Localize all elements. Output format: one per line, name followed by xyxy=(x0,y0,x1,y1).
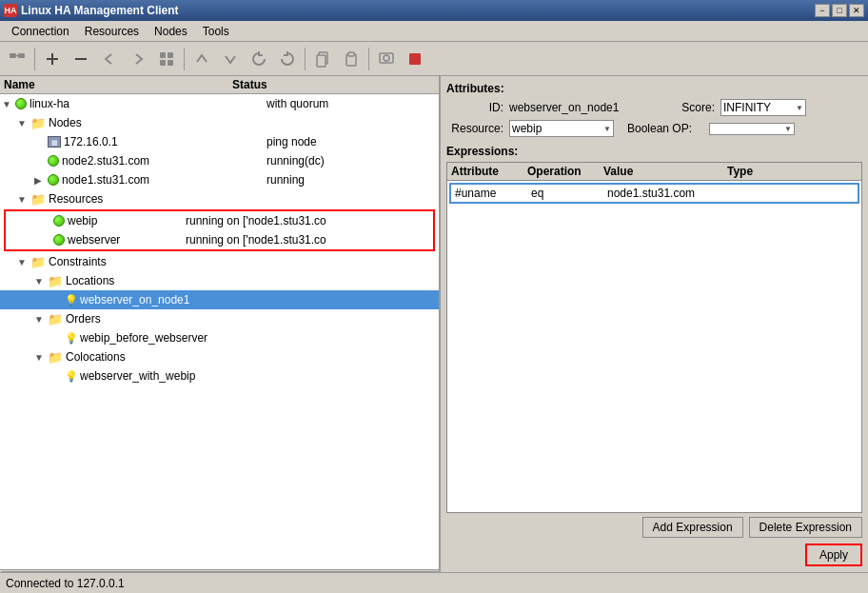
circle-green-icon2 xyxy=(48,155,59,167)
svg-point-15 xyxy=(384,55,389,61)
circle-green-icon5 xyxy=(53,234,65,246)
circle-green-icon xyxy=(15,98,27,109)
tree-col-name: Name xyxy=(4,78,232,91)
remove-button[interactable] xyxy=(68,46,94,72)
tree-status-node1: running xyxy=(266,173,305,187)
screenshot-button[interactable] xyxy=(373,46,400,72)
scroll-right-btn[interactable]: ▶ xyxy=(420,571,439,573)
title-bar-left: HA Linux HA Management Client xyxy=(4,4,179,17)
tree-item-colocations[interactable]: ▼ 📁 Colocations xyxy=(0,347,439,366)
svg-rect-13 xyxy=(348,52,354,56)
tree-status-linux-ha: with quorum xyxy=(266,97,328,110)
tree-item-constraints[interactable]: ▼ 📁 Constraints xyxy=(0,252,439,271)
tree-label-linux-ha: linux-ha xyxy=(30,97,439,110)
back-button[interactable] xyxy=(96,46,123,72)
attr-row-id: ID: webserver_on_node1 Score: INFINITY ▼ xyxy=(446,99,862,116)
tree-item-webserver-on-node1[interactable]: 💡 webserver_on_node1 xyxy=(0,290,439,309)
delete-expression-button[interactable]: Delete Expression xyxy=(749,517,862,538)
scroll-left-btn[interactable]: ◀ xyxy=(2,571,21,573)
svg-rect-11 xyxy=(317,55,326,67)
expressions-section: Expressions: Attribute Operation Value T… xyxy=(446,145,862,538)
menu-connection[interactable]: Connection xyxy=(4,23,77,40)
constraint-icon3: 💡 xyxy=(65,370,78,383)
tree-label-webip-before-webserver: webip_before_webserver xyxy=(80,331,207,345)
app-icon: HA xyxy=(4,4,17,17)
expr-row-0[interactable]: #uname eq node1.stu31.com xyxy=(449,183,859,204)
copy-button[interactable] xyxy=(309,46,336,72)
paste-button[interactable] xyxy=(338,46,365,72)
expressions-table: Attribute Operation Value Type #uname eq… xyxy=(446,162,862,513)
tree-item-webserver-with-webip[interactable]: 💡 webserver_with_webip xyxy=(0,366,439,385)
tree-item-linux-ha[interactable]: ▼ linux-ha with quorum xyxy=(0,94,439,113)
resource-dropdown[interactable]: webip ▼ xyxy=(509,120,614,137)
tree-item-webserver[interactable]: webserver running on ['node1.stu31.co xyxy=(6,230,433,249)
tree-label-constraints: Constraints xyxy=(49,255,107,268)
folder-icon: 📁 xyxy=(30,116,46,130)
boolean-op-dropdown-arrow: ▼ xyxy=(784,125,792,133)
col-type: Type xyxy=(727,165,803,178)
svg-rect-1 xyxy=(18,53,25,58)
col-operation: Operation xyxy=(527,165,603,178)
forward-button[interactable] xyxy=(125,46,151,72)
tree-panel: Name Status ▼ linux-ha with quorum ▼ 📁 N… xyxy=(0,76,441,572)
tree-item-webip[interactable]: webip running on ['node1.stu31.co xyxy=(6,211,433,230)
tree-hscroll[interactable]: ◀ ▶ xyxy=(0,569,439,572)
tree-label-resources: Resources xyxy=(49,192,103,206)
right-panel: Attributes: ID: webserver_on_node1 Score… xyxy=(441,76,868,572)
apply-button[interactable]: Apply xyxy=(805,544,862,566)
status-text: Connected to 127.0.0.1 xyxy=(6,577,125,590)
tree-status-webip: running on ['node1.stu31.co xyxy=(186,214,326,227)
tree-col-status: Status xyxy=(232,78,267,91)
score-dropdown[interactable]: INFINITY ▼ xyxy=(720,99,806,116)
minimize-button[interactable]: − xyxy=(815,4,830,17)
tree-item-orders[interactable]: ▼ 📁 Orders xyxy=(0,309,439,328)
svg-rect-6 xyxy=(160,52,166,58)
main-content: Name Status ▼ linux-ha with quorum ▼ 📁 N… xyxy=(0,76,868,572)
menu-bar: Connection Resources Nodes Tools xyxy=(0,21,868,42)
constraint-icon2: 💡 xyxy=(65,332,78,345)
menu-resources[interactable]: Resources xyxy=(77,23,147,40)
tree-item-node1[interactable]: ▶ node1.stu31.com running xyxy=(0,170,439,189)
menu-tools[interactable]: Tools xyxy=(195,23,237,40)
svg-rect-7 xyxy=(168,52,173,58)
col-value: Value xyxy=(603,165,727,178)
grid-button[interactable] xyxy=(153,46,180,72)
expr-attr-0: #uname xyxy=(455,187,531,200)
tree-label-nodes: Nodes xyxy=(49,116,82,129)
tree-label-node2: node2.stu31.com xyxy=(62,154,439,168)
constraint-icon: 💡 xyxy=(65,294,78,306)
tree-item-node2[interactable]: node2.stu31.com running(dc) xyxy=(0,151,439,170)
boolean-op-label: Boolean OP: xyxy=(627,122,703,135)
add-expression-button[interactable]: Add Expression xyxy=(642,517,743,538)
score-label: Score: xyxy=(667,101,715,114)
stop-button[interactable] xyxy=(402,46,428,72)
tree-item-locations[interactable]: ▼ 📁 Locations xyxy=(0,271,439,290)
maximize-button[interactable]: □ xyxy=(832,4,847,17)
svg-rect-16 xyxy=(409,53,421,65)
tree-item-resources[interactable]: ▼ 📁 Resources xyxy=(0,189,439,208)
connect-icon[interactable] xyxy=(4,46,30,72)
down-button[interactable] xyxy=(217,46,244,72)
expr-op-0: eq xyxy=(531,187,607,200)
refresh-button[interactable] xyxy=(246,46,272,72)
tree-label-172: 172.16.0.1 xyxy=(64,135,439,148)
tree-item-nodes[interactable]: ▼ 📁 Nodes xyxy=(0,113,439,132)
id-label: ID: xyxy=(446,101,503,114)
attributes-title: Attributes: xyxy=(446,82,862,95)
close-button[interactable]: ✕ xyxy=(849,4,864,17)
redo-button[interactable] xyxy=(274,46,301,72)
tree-label-node1: node1.stu31.com xyxy=(62,173,439,187)
tree-label-orders: Orders xyxy=(66,312,101,326)
red-border-group: webip running on ['node1.stu31.co webser… xyxy=(4,209,435,251)
toolbar xyxy=(0,42,868,76)
tree-body[interactable]: ▼ linux-ha with quorum ▼ 📁 Nodes ▦ 172.1… xyxy=(0,94,439,569)
tree-status-webserver: running on ['node1.stu31.co xyxy=(186,233,326,247)
boolean-op-dropdown[interactable]: ▼ xyxy=(709,123,795,135)
separator-1 xyxy=(34,48,35,70)
tree-label-webserver-on-node1: webserver_on_node1 xyxy=(80,293,189,306)
add-button[interactable] xyxy=(39,46,66,72)
menu-nodes[interactable]: Nodes xyxy=(147,23,195,40)
up-button[interactable] xyxy=(188,46,215,72)
tree-item-webip-before-webserver[interactable]: 💡 webip_before_webserver xyxy=(0,328,439,347)
tree-item-172[interactable]: ▦ 172.16.0.1 ping node xyxy=(0,132,439,151)
